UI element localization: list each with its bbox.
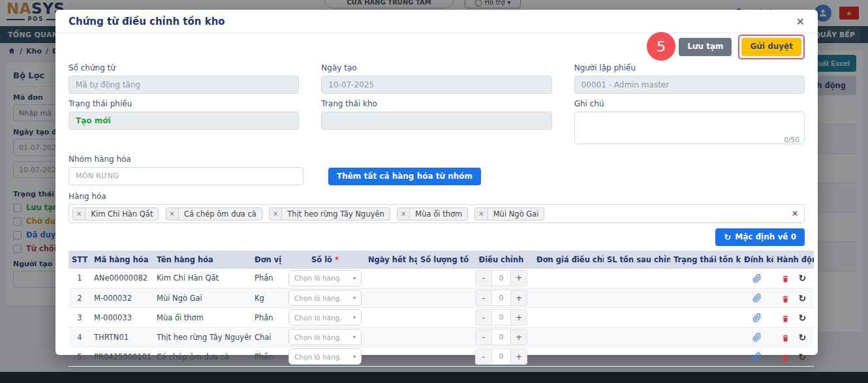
lot-select[interactable]: Chọn lô hàng.▾ [288, 348, 362, 365]
col-stock-status: Trạng thái tồn kho [670, 251, 741, 269]
row-unit: Chai [251, 328, 285, 347]
row-code: M-000032 [91, 288, 153, 308]
row-stt: 4 [69, 328, 91, 347]
required-asterisk: * [335, 255, 339, 264]
lot-select[interactable]: Chọn lô hàng.▾ [288, 290, 362, 306]
row-expiry [365, 288, 417, 308]
row-stock-status [670, 308, 741, 328]
clear-all-icon[interactable]: × [792, 209, 798, 218]
row-code: M-000033 [91, 308, 153, 328]
row-code: THRTN01 [91, 328, 153, 347]
product-group-input[interactable]: MÓN RỪNG [69, 167, 303, 185]
created-date-label: Ngày tạo [321, 63, 551, 72]
tag-label: Mùa ổi thơm [410, 208, 467, 220]
trash-icon[interactable] [781, 275, 790, 283]
trash-icon[interactable] [781, 314, 790, 323]
paperclip-icon[interactable] [752, 333, 762, 342]
row-lot-cell: Chọn lô hàng.▾ [285, 288, 365, 308]
paperclip-icon[interactable] [752, 274, 762, 283]
row-unit: Phần [251, 308, 285, 328]
submit-approval-button[interactable]: Gửi duyệt [741, 38, 801, 55]
row-lot-cell: Chọn lô hàng.▾ [285, 308, 365, 328]
inventory-adjustment-modal: Chứng từ điều chỉnh tồn kho × 5 Lưu tạm … [55, 10, 818, 355]
row-stock-qty [417, 347, 469, 367]
row-refresh-icon[interactable]: ↻ [798, 352, 806, 362]
minus-button[interactable]: - [476, 310, 491, 325]
lot-select[interactable]: Chọn lô hàng.▾ [288, 329, 362, 345]
paperclip-icon[interactable] [752, 294, 762, 303]
add-all-from-group-button[interactable]: Thêm tất cả hàng hóa từ nhóm [328, 168, 481, 185]
plus-button[interactable]: + [511, 271, 527, 286]
col-lot: Số lô * [285, 251, 365, 269]
row-actions-cell: ↻ [773, 308, 814, 328]
row-stt: 2 [69, 288, 91, 308]
table-row: 1 ANe00000082 Kim Chi Hàn Qất Phần Chọn … [69, 269, 814, 288]
row-refresh-icon[interactable]: ↻ [798, 273, 806, 283]
table-row: 2 M-000032 Mùi Ngò Gai Kg Chọn lô hàng.▾… [69, 288, 814, 308]
row-refresh-icon[interactable]: ↻ [798, 313, 806, 323]
field-creator: Người lập phiếu 00001 - Admin master [574, 63, 805, 94]
reset-to-zero-button[interactable]: ↻ Mặc định về 0 [715, 228, 805, 246]
products-multiselect[interactable]: × Kim Chi Hàn Qất × Cá chép ôm dưa cà × … [69, 204, 805, 223]
row-refresh-icon[interactable]: ↻ [798, 293, 806, 303]
quantity-stepper[interactable]: - 0 + [475, 270, 527, 286]
remove-tag-icon[interactable]: × [270, 208, 282, 220]
plus-button[interactable]: + [511, 349, 527, 364]
remove-tag-icon[interactable]: × [475, 208, 488, 220]
row-refresh-icon[interactable]: ↻ [798, 332, 806, 343]
row-name: Thịt heo rừng Tây Nguyên [153, 328, 251, 347]
annotation-highlight-box: Gửi duyệt [738, 35, 805, 59]
col-stock-qty: Số lượng tồn [417, 251, 469, 269]
row-stock-qty [417, 288, 469, 308]
row-unit: Phần [251, 269, 285, 288]
close-icon[interactable]: × [796, 16, 805, 27]
trash-icon[interactable] [781, 354, 790, 362]
minus-button[interactable]: - [476, 271, 491, 286]
product-tag: × Cá chép ôm dưa cà [166, 207, 262, 221]
row-adjust-cell: - 0 + [469, 269, 533, 288]
field-doc-status: Trạng thái phiếu Tạo mới [69, 99, 299, 147]
row-qty-after [604, 308, 670, 328]
chevron-down-icon: ▾ [353, 334, 356, 340]
modal-title: Chứng từ điều chỉnh tồn kho [69, 16, 225, 27]
remove-tag-icon[interactable]: × [166, 208, 179, 220]
minus-button[interactable]: - [476, 349, 491, 364]
row-code: PR0425000101 [91, 347, 153, 367]
row-qty-after [604, 328, 670, 347]
doc-status-value: Tạo mới [69, 112, 299, 130]
trash-icon[interactable] [781, 334, 790, 343]
quantity-stepper[interactable]: - 0 + [475, 329, 527, 345]
row-name: Kim Chi Hàn Qất [153, 269, 251, 288]
row-adjust-price [533, 347, 604, 367]
quantity-value: 0 [491, 310, 511, 325]
paperclip-icon[interactable] [752, 313, 762, 322]
minus-button[interactable]: - [476, 329, 491, 345]
remove-tag-icon[interactable]: × [397, 208, 410, 220]
quantity-stepper[interactable]: - 0 + [475, 348, 527, 365]
plus-button[interactable]: + [511, 290, 527, 305]
lot-select[interactable]: Chọn lô hàng.▾ [288, 270, 362, 286]
plus-button[interactable]: + [511, 310, 527, 325]
row-lot-cell: Chọn lô hàng.▾ [285, 328, 365, 347]
remove-tag-icon[interactable]: × [73, 208, 85, 220]
doc-status-label: Trạng thái phiếu [69, 99, 299, 108]
minus-button[interactable]: - [476, 290, 491, 305]
row-adjust-cell: - 0 + [469, 288, 533, 308]
trash-icon[interactable] [781, 295, 790, 303]
col-adjust: Điều chỉnh [469, 251, 533, 269]
quantity-stepper[interactable]: - 0 + [475, 309, 527, 326]
plus-button[interactable]: + [511, 329, 527, 345]
stock-status-value [321, 112, 551, 130]
chevron-down-icon: ▾ [353, 314, 356, 320]
quantity-value: 0 [491, 329, 511, 345]
quantity-stepper[interactable]: - 0 + [475, 290, 527, 306]
lot-select[interactable]: Chọn lô hàng.▾ [288, 309, 362, 326]
col-adjust-price: Đơn giá điều chỉnh [533, 251, 604, 269]
row-adjust-cell: - 0 + [469, 308, 533, 328]
note-textarea[interactable] [574, 112, 805, 144]
table-row: 5 PR0425000101 Cá chép ôm dưa cà Phần Ch… [69, 347, 814, 367]
quantity-value: 0 [491, 271, 511, 286]
row-actions-cell: ↻ [773, 347, 814, 367]
paperclip-icon[interactable] [752, 352, 762, 361]
save-draft-button[interactable]: Lưu tạm [679, 38, 732, 55]
